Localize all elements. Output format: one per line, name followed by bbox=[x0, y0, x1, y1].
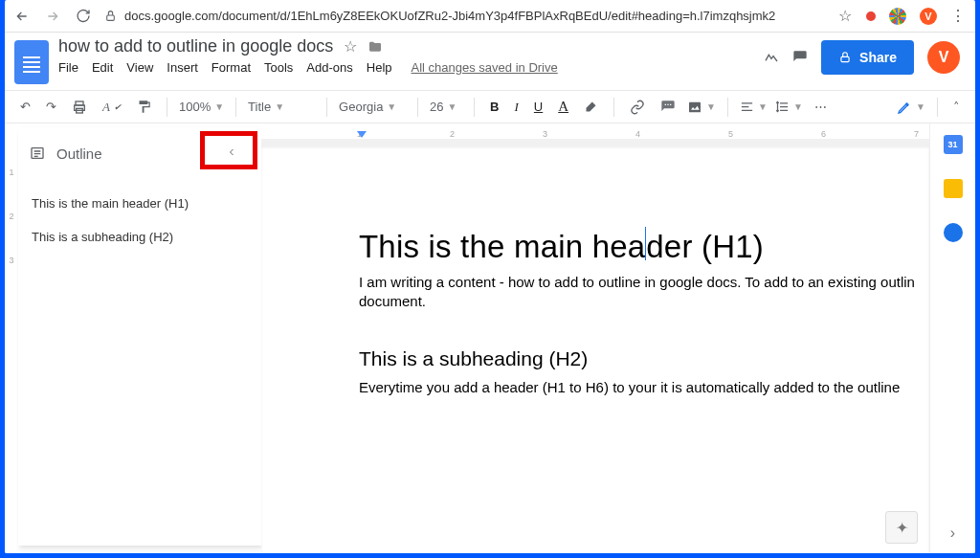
heading-2[interactable]: This is a subheading (H2) bbox=[359, 347, 929, 370]
line-spacing-button[interactable]: ▼ bbox=[775, 100, 803, 114]
explore-button[interactable]: ✦ bbox=[885, 511, 918, 544]
paint-format-button[interactable] bbox=[133, 97, 155, 117]
keep-icon[interactable] bbox=[944, 179, 963, 198]
address-bar[interactable]: docs.google.com/document/d/1EhLm6yZ8EEkO… bbox=[104, 9, 824, 23]
menu-help[interactable]: Help bbox=[367, 60, 392, 75]
outline-panel: Outline This is the main header (H1) Thi… bbox=[18, 127, 261, 546]
svg-rect-5 bbox=[689, 101, 701, 112]
outline-item[interactable]: This is a subheading (H2) bbox=[32, 230, 248, 244]
more-icon[interactable]: ⋮ bbox=[950, 9, 966, 24]
url-text: docs.google.com/document/d/1EhLm6yZ8EEkO… bbox=[124, 9, 775, 23]
star-icon[interactable]: ☆ bbox=[837, 9, 853, 24]
menu-file[interactable]: File bbox=[58, 60, 78, 75]
paragraph[interactable]: Everytime you add a header (H1 to H6) to… bbox=[359, 378, 929, 397]
indent-marker-icon[interactable] bbox=[357, 131, 367, 138]
move-folder-icon[interactable] bbox=[368, 39, 383, 55]
underline-button[interactable]: U bbox=[530, 97, 546, 117]
expand-icon[interactable]: ˄ bbox=[949, 97, 964, 117]
outline-icon bbox=[30, 145, 45, 161]
outline-label: Outline bbox=[56, 145, 102, 162]
menu-format[interactable]: Format bbox=[212, 60, 251, 75]
italic-button[interactable]: I bbox=[511, 97, 523, 118]
lock-icon bbox=[838, 51, 852, 64]
reload-icon[interactable] bbox=[76, 9, 91, 24]
collapse-outline-button[interactable] bbox=[219, 140, 244, 166]
docs-header: how to add to outline in google docs ☆ F… bbox=[5, 33, 975, 84]
heading-1[interactable]: This is the main header (H1) bbox=[359, 227, 929, 265]
document-page[interactable]: This is the main header (H1) I am writin… bbox=[261, 146, 929, 553]
docs-logo-icon[interactable] bbox=[14, 40, 49, 84]
zoom-select[interactable]: 100% ▼ bbox=[179, 100, 224, 114]
comments-icon[interactable] bbox=[792, 50, 808, 65]
share-label: Share bbox=[859, 50, 897, 65]
bold-button[interactable]: B bbox=[486, 97, 502, 117]
profile-avatar-icon[interactable]: V bbox=[920, 8, 937, 25]
side-panel: › bbox=[929, 123, 975, 553]
editing-mode-button[interactable]: ▼ bbox=[897, 100, 925, 115]
horizontal-ruler[interactable]: 1 2 3 4 5 6 7 bbox=[261, 123, 929, 139]
document-area: 1 2 3 4 5 6 7 This is the main header (H… bbox=[261, 123, 929, 553]
formatting-toolbar: ↶ ↷ A✔ 100% ▼ Title ▼ Georgia ▼ 26 ▼ B I… bbox=[5, 90, 975, 123]
menu-bar: File Edit View Insert Format Tools Add-o… bbox=[58, 60, 558, 75]
browser-chrome: docs.google.com/document/d/1EhLm6yZ8EEkO… bbox=[5, 0, 975, 33]
star-document-icon[interactable]: ☆ bbox=[343, 39, 358, 55]
forward-icon[interactable] bbox=[45, 9, 60, 24]
comment-button[interactable] bbox=[657, 97, 679, 118]
tasks-icon[interactable] bbox=[944, 223, 963, 242]
link-button[interactable] bbox=[626, 97, 649, 118]
back-icon[interactable] bbox=[14, 9, 30, 24]
menu-view[interactable]: View bbox=[126, 60, 153, 75]
align-button[interactable]: ▼ bbox=[740, 100, 768, 114]
activity-icon[interactable] bbox=[764, 50, 779, 65]
extension-icon[interactable] bbox=[889, 8, 906, 25]
paragraph[interactable]: I am writing a content - how to add to o… bbox=[359, 273, 929, 312]
hide-side-panel-button[interactable]: › bbox=[950, 525, 955, 542]
fontsize-select[interactable]: 26 ▼ bbox=[430, 100, 462, 114]
style-select[interactable]: Title ▼ bbox=[248, 100, 315, 114]
svg-rect-0 bbox=[107, 15, 115, 20]
save-status[interactable]: All changes saved in Drive bbox=[412, 60, 558, 75]
text-color-button[interactable]: A bbox=[554, 96, 572, 118]
image-button[interactable]: ▼ bbox=[687, 100, 716, 115]
undo-button[interactable]: ↶ bbox=[16, 97, 34, 117]
print-button[interactable] bbox=[68, 97, 91, 118]
document-title[interactable]: how to add to outline in google docs bbox=[58, 36, 333, 56]
spellcheck-button[interactable]: A✔ bbox=[99, 97, 125, 118]
outline-item[interactable]: This is the main header (H1) bbox=[32, 196, 248, 211]
font-select[interactable]: Georgia ▼ bbox=[339, 100, 406, 114]
menu-addons[interactable]: Add-ons bbox=[306, 60, 352, 75]
redo-button[interactable]: ↷ bbox=[42, 97, 60, 117]
work-area: 1 2 3 Outline This is the main header (H… bbox=[5, 123, 975, 553]
share-button[interactable]: Share bbox=[821, 40, 914, 75]
menu-tools[interactable]: Tools bbox=[264, 60, 293, 75]
menu-edit[interactable]: Edit bbox=[92, 60, 113, 75]
extension-icon[interactable] bbox=[866, 11, 876, 21]
svg-rect-1 bbox=[841, 56, 849, 61]
calendar-icon[interactable] bbox=[944, 135, 963, 154]
highlight-button[interactable] bbox=[580, 97, 602, 117]
more-tools-button[interactable]: ⋯ bbox=[811, 97, 831, 117]
vertical-ruler: 1 2 3 bbox=[5, 123, 18, 553]
menu-insert[interactable]: Insert bbox=[167, 60, 198, 75]
account-avatar[interactable]: V bbox=[927, 41, 960, 74]
